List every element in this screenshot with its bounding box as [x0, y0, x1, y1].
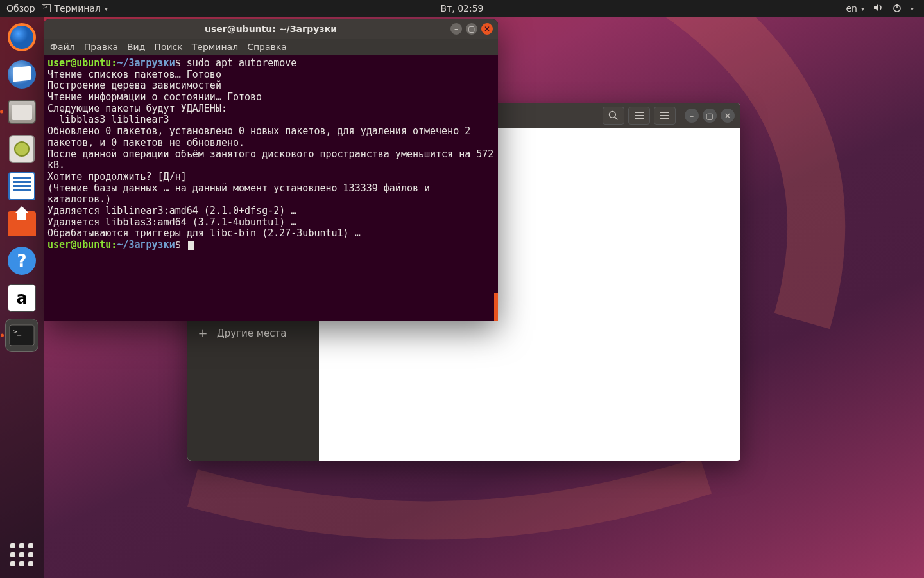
dock-writer[interactable] [5, 170, 38, 203]
terminal-title: user@ubuntu: ~/Загрузки [205, 24, 337, 34]
panel-clock[interactable]: Вт, 02:59 [440, 3, 483, 13]
dock-files[interactable] [5, 95, 38, 128]
chevron-down-icon: ▾ [105, 5, 108, 12]
files-close-button[interactable]: ✕ [721, 109, 735, 123]
terminal-output[interactable]: user@ubuntu:~/Загрузки$ sudo apt autorem… [44, 55, 498, 321]
svg-line-5 [615, 117, 617, 119]
term-line: После данной операции объём занятого дис… [47, 148, 498, 171]
lang-label: en [846, 3, 857, 13]
terminal-command: sudo apt autoremove [187, 57, 297, 69]
term-line: Обновлено 0 пакетов, установлено 0 новых… [47, 125, 476, 148]
term-line: Чтение списков пакетов… Готово [47, 69, 221, 80]
terminal-indicator-icon [42, 4, 51, 12]
files-search-button[interactable] [603, 107, 624, 125]
input-source-indicator[interactable]: en ▾ [846, 3, 864, 13]
chevron-down-icon: ▾ [861, 5, 864, 12]
prompt-user: user@ubuntu [47, 239, 111, 250]
sidebar-item-label: Другие места [217, 328, 286, 339]
dock-software[interactable] [5, 207, 38, 240]
prompt-user: user@ubuntu [47, 57, 111, 69]
svg-text:>_: >_ [13, 328, 22, 336]
terminal-minimize-button[interactable]: – [450, 23, 462, 35]
menu-help[interactable]: Справка [247, 42, 287, 52]
menu-edit[interactable]: Правка [84, 42, 118, 52]
rhythmbox-icon [9, 135, 35, 163]
terminal-resize-handle[interactable] [494, 293, 498, 321]
dock-thunderbird[interactable] [5, 58, 38, 91]
dock-firefox[interactable] [5, 21, 38, 54]
writer-icon [8, 172, 35, 200]
software-center-icon [8, 211, 36, 236]
dock-help[interactable]: ? [5, 244, 38, 277]
files-hamburger-button[interactable] [654, 107, 676, 125]
prompt-path: ~/Загрузки [117, 239, 175, 250]
launcher-dock: ? a >_ [0, 17, 44, 578]
terminal-icon: >_ [9, 324, 35, 346]
app-menu[interactable]: Терминал ▾ [42, 3, 108, 13]
menu-search[interactable]: Поиск [154, 42, 182, 52]
term-line: libblas3 liblinear3 [47, 114, 169, 125]
term-line: Построение дерева зависимостей [47, 80, 221, 91]
dock-amazon[interactable]: a [5, 281, 38, 315]
term-line: Удаляется libblas3:amd64 (3.7.1-4ubuntu1… [47, 216, 296, 228]
term-line: Удаляется liblinear3:amd64 (2.1.0+dfsg-2… [47, 205, 296, 216]
sidebar-other-locations[interactable]: + Другие места [187, 321, 319, 345]
prompt-dollar: $ [175, 57, 181, 69]
terminal-menubar: Файл Правка Вид Поиск Терминал Справка [44, 39, 498, 55]
prompt-dollar: $ [175, 239, 181, 250]
app-menu-label: Терминал [55, 3, 101, 13]
files-maximize-button[interactable]: ▢ [703, 109, 717, 123]
terminal-window: user@ubuntu: ~/Загрузки – ▢ ✕ Файл Правк… [44, 19, 498, 321]
activities-button[interactable]: Обзор [6, 3, 35, 13]
term-line: Чтение информации о состоянии… Готово [47, 91, 262, 103]
svg-point-4 [610, 112, 616, 118]
help-icon: ? [8, 247, 36, 275]
plus-icon: + [198, 326, 208, 340]
term-line: Хотите продолжить? [Д/н] [47, 171, 187, 182]
firefox-icon [8, 23, 36, 51]
dock-terminal[interactable]: >_ [5, 319, 38, 352]
terminal-titlebar[interactable]: user@ubuntu: ~/Загрузки – ▢ ✕ [44, 19, 498, 39]
menu-view[interactable]: Вид [127, 42, 145, 52]
top-panel: Обзор Терминал ▾ Вт, 02:59 en ▾ ▾ [0, 0, 924, 17]
terminal-close-button[interactable]: ✕ [481, 23, 493, 35]
files-icon [8, 100, 36, 124]
dock-rhythmbox[interactable] [5, 132, 38, 166]
volume-icon[interactable] [873, 3, 884, 14]
terminal-maximize-button[interactable]: ▢ [466, 23, 477, 35]
system-menu-chevron-icon[interactable]: ▾ [911, 5, 914, 12]
files-view-toggle-button[interactable] [628, 107, 650, 125]
power-icon[interactable] [893, 3, 902, 14]
prompt-path: ~/Загрузки [117, 57, 175, 69]
show-applications-button[interactable] [10, 543, 33, 566]
term-line: Следующие пакеты будут УДАЛЕНЫ: [47, 103, 227, 114]
thunderbird-icon [8, 60, 36, 89]
amazon-icon: a [8, 284, 36, 312]
cursor [188, 241, 194, 250]
files-minimize-button[interactable]: – [685, 109, 699, 123]
term-line: Обрабатываются триггеры для libc-bin (2.… [47, 227, 361, 239]
menu-terminal[interactable]: Терминал [192, 42, 238, 52]
term-line: (Чтение базы данных … на данный момент у… [47, 182, 436, 206]
menu-file[interactable]: Файл [50, 42, 75, 52]
